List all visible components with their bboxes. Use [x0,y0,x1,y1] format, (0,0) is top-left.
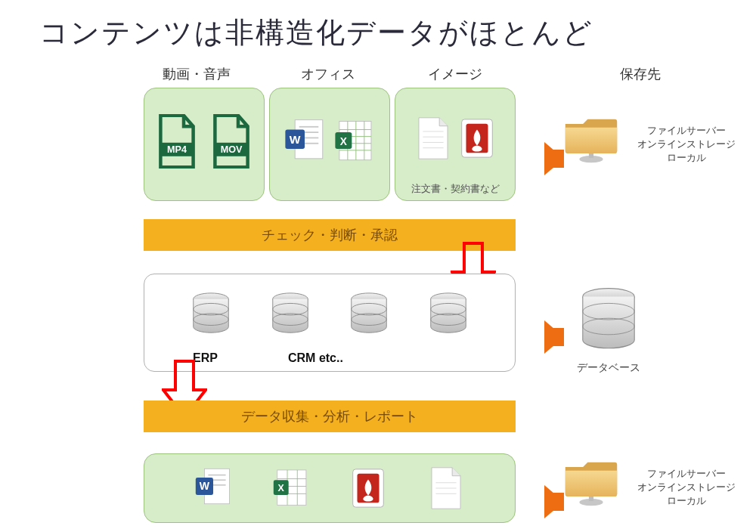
svg-text:W: W [200,480,210,492]
crm-label: CRM etc.. [288,351,343,365]
svg-rect-28 [589,153,593,158]
folder-icon [561,113,621,166]
db-systems-box: ERP CRM etc.. [144,274,516,372]
col-media: 動画・音声 [163,65,231,83]
storage-caption-2: ファイルサーバー オンラインストレージ ローカル [626,467,747,508]
excel-doc-icon: X [272,466,310,510]
output-icons: W X [144,454,515,522]
db-icon [187,290,234,337]
big-database [575,286,643,357]
blank-doc-icon [414,116,452,160]
word-doc-icon: W [283,117,327,165]
panel-output: W X [144,453,516,523]
db-icon [345,290,392,337]
svg-text:W: W [290,133,301,146]
storage-folder-2 [561,456,621,512]
col-image: イメージ [428,65,482,83]
mov-file-icon: MOV [207,114,256,169]
storage-folder-1 [561,113,621,169]
panel-image-caption: 注文書・契約書など [395,182,515,196]
svg-text:X: X [340,136,348,147]
pdf-icon [458,116,496,160]
arrow-to-database [544,320,564,354]
band-analysis: データ収集・分析・レポート [144,401,516,432]
slide-title: コンテンツは非構造化データがほとんど [39,14,593,52]
svg-rect-64 [589,496,593,501]
folder-icon [561,456,621,509]
database-icon [575,286,643,354]
svg-text:X: X [277,483,284,493]
storage-caption-1: ファイルサーバー オンラインストレージ ローカル [626,124,747,165]
col-destination: 保存先 [620,65,661,83]
excel-doc-icon: X [333,117,376,165]
office-icons: W X [270,88,389,200]
panel-office: W X [269,88,390,201]
database-caption: データベース [559,361,658,375]
panel-image: 注文書・契約書など [395,88,516,201]
col-office: オフィス [301,65,355,83]
panel-media: MP4 MOV [144,88,265,201]
pdf-icon [349,466,387,510]
svg-text:MP4: MP4 [167,144,187,155]
word-doc-icon: W [194,466,232,510]
db-icon [267,290,314,337]
mp4-file-icon: MP4 [153,114,201,169]
svg-text:MOV: MOV [221,144,243,155]
slide: コンテンツは非構造化データがほとんど 動画・音声 オフィス イメージ 保存先 M… [0,0,756,532]
media-icons: MP4 MOV [144,88,264,200]
blank-doc-icon [427,466,465,510]
db-icon [425,290,472,337]
